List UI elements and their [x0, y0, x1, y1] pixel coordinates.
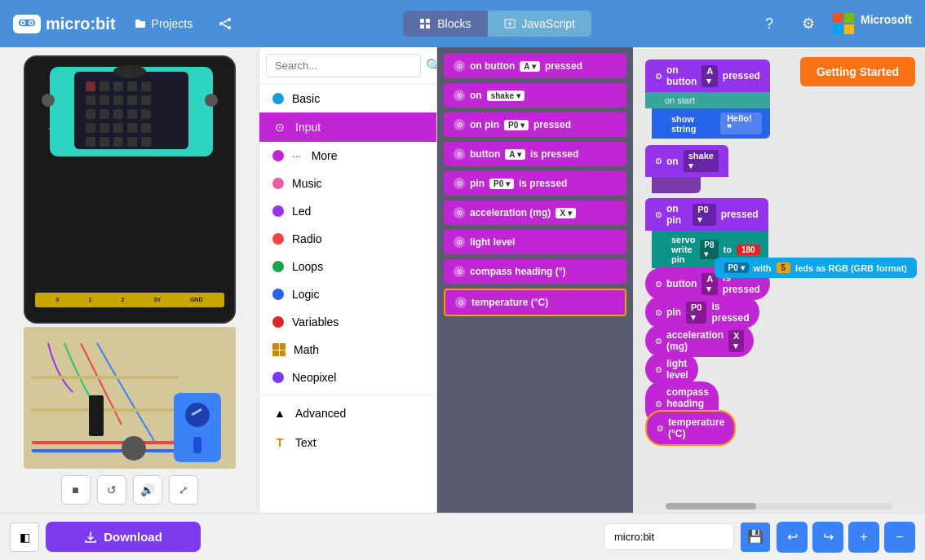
category-loops-label: Loops	[292, 260, 323, 273]
getting-started-label: Getting Started	[817, 65, 899, 78]
bottom-right-controls: ↩ ↪ + −	[777, 522, 915, 553]
category-input-label: Input	[295, 121, 321, 134]
settings-button[interactable]: ⚙	[794, 9, 823, 38]
category-variables-label: Variables	[292, 315, 339, 329]
help-button[interactable]: ?	[755, 9, 784, 38]
block-compass-heading[interactable]: ⊙ compass heading (°)	[444, 259, 626, 284]
more-label: More	[312, 149, 338, 162]
canvas-block-light-level[interactable]: ⊙ light level	[645, 353, 698, 386]
advanced-chevron-icon: ▲	[272, 406, 287, 421]
block-acceleration[interactable]: ⊙ acceleration (mg) X ▾	[444, 201, 626, 225]
search-area: 🔍	[259, 47, 436, 85]
led-color-dot	[272, 205, 284, 217]
block-on-shake[interactable]: ⊙ on shake ▾	[444, 83, 626, 108]
category-music-label: Music	[292, 177, 322, 190]
category-basic-label: Basic	[292, 92, 320, 105]
target-icon9: ⊙	[455, 297, 467, 308]
svg-line-8	[223, 20, 228, 23]
category-neopixel[interactable]: Neopixel	[259, 364, 436, 391]
stop-button[interactable]: ■	[61, 475, 91, 505]
logo: micro:bit	[13, 15, 116, 33]
blocks-tab[interactable]: Blocks	[403, 11, 487, 37]
input-icon: ⊙	[272, 120, 287, 134]
target-icon7: ⊙	[454, 236, 465, 248]
search-button[interactable]: 🔍	[426, 58, 437, 73]
block-pin-is-pressed[interactable]: ⊙ pin P0 ▾ is pressed	[444, 171, 626, 196]
divider	[259, 395, 436, 395]
block-categories-sidebar: 🔍 Basic ⊙ Input ··· More Music Led	[259, 47, 437, 513]
category-text[interactable]: T Text	[259, 428, 436, 457]
horizontal-scrollbar[interactable]	[666, 503, 892, 509]
variables-color-dot	[272, 316, 284, 328]
canvas-block-on-shake[interactable]: ⊙ on shake ▾	[645, 145, 728, 193]
block-on-pin-pressed[interactable]: ⊙ on pin P0 ▾ pressed	[444, 112, 626, 137]
top-navigation: micro:bit Projects Blocks JavaScript ? ⚙…	[0, 0, 925, 47]
microsoft-label: Microsoft	[861, 13, 912, 34]
projects-button[interactable]: Projects	[126, 12, 201, 35]
projects-label: Projects	[152, 17, 193, 30]
block-temperature[interactable]: ⊙ temperature (°C)	[444, 289, 626, 316]
canvas-block-acceleration[interactable]: ⊙ acceleration (mg) X ▾	[645, 324, 754, 357]
device-area: 💾	[604, 523, 770, 552]
editor-tab-group: Blocks JavaScript	[403, 11, 591, 37]
category-input[interactable]: ⊙ Input	[259, 112, 436, 142]
javascript-tab[interactable]: JavaScript	[488, 11, 591, 37]
simulator-controls: ■ ↺ 🔊 ⤢	[61, 475, 198, 505]
canvas-block-rgb-leds[interactable]: P0 ▾ with 5 leds as RGB (GRB format)	[715, 258, 918, 278]
svg-rect-13	[426, 24, 430, 29]
main-area: ◁ 0 1 2 3V GND	[0, 47, 925, 513]
workspace[interactable]: Getting Started ⊙ on button A ▾ pressed …	[633, 47, 925, 513]
category-radio-label: Radio	[292, 232, 322, 245]
sidebar-toggle-button[interactable]: ◧	[10, 523, 39, 552]
block-light-level[interactable]: ⊙ light level	[444, 230, 626, 254]
canvas-block-pin-pressed[interactable]: ⊙ pin P0 ▾ is pressed	[645, 296, 759, 329]
block-on-button-pressed[interactable]: ⊙ on button A ▾ pressed	[444, 54, 626, 78]
logo-icon	[13, 15, 41, 33]
download-label: Download	[104, 530, 162, 544]
category-advanced[interactable]: ▲ Advanced	[259, 399, 436, 428]
zoom-in-button[interactable]: +	[848, 522, 879, 553]
redo-button[interactable]: ↪	[812, 522, 843, 553]
save-button[interactable]: 💾	[741, 523, 770, 552]
category-radio[interactable]: Radio	[259, 225, 436, 253]
fullscreen-button[interactable]: ⤢	[169, 475, 198, 505]
svg-rect-12	[420, 24, 424, 29]
music-color-dot	[272, 178, 284, 189]
svg-point-7	[228, 26, 231, 29]
canvas-block-temperature[interactable]: ⊙ temperature (°C)	[645, 410, 736, 446]
logo-text: micro:bit	[46, 15, 116, 33]
target-icon3: ⊙	[454, 119, 465, 130]
svg-rect-14	[32, 376, 179, 379]
undo-button[interactable]: ↩	[777, 522, 808, 553]
radio-color-dot	[272, 233, 284, 245]
scrollbar-thumb[interactable]	[666, 503, 756, 509]
neopixel-color-dot	[272, 372, 284, 383]
logic-color-dot	[272, 289, 284, 300]
category-led[interactable]: Led	[259, 197, 436, 225]
simulator-panel: ◁ 0 1 2 3V GND	[0, 47, 259, 513]
category-advanced-label: Advanced	[295, 407, 346, 420]
category-music[interactable]: Music	[259, 170, 436, 197]
category-math[interactable]: Math	[259, 336, 436, 364]
category-loops[interactable]: Loops	[259, 253, 436, 280]
zoom-out-button[interactable]: −	[884, 522, 915, 553]
canvas-block-on-button[interactable]: ⊙ on button A ▾ pressed on start show st…	[645, 60, 770, 148]
category-logic[interactable]: Logic	[259, 280, 436, 308]
getting-started-button[interactable]: Getting Started	[800, 57, 915, 86]
category-more-label: ···	[292, 149, 302, 162]
search-input[interactable]	[266, 54, 421, 77]
math-icon	[272, 343, 285, 356]
device-name-input[interactable]	[604, 523, 734, 550]
restart-button[interactable]: ↺	[97, 475, 126, 505]
sound-button[interactable]: 🔊	[133, 475, 162, 505]
svg-point-4	[30, 21, 33, 24]
target-icon6: ⊙	[454, 207, 465, 218]
category-basic[interactable]: Basic	[259, 85, 436, 112]
more-color-dot	[272, 150, 284, 161]
download-button[interactable]: Download	[46, 522, 201, 552]
category-variables[interactable]: Variables	[259, 308, 436, 336]
block-button-is-pressed[interactable]: ⊙ button A ▾ is pressed	[444, 142, 626, 166]
share-button[interactable]	[210, 12, 240, 35]
category-more[interactable]: ··· More	[259, 142, 436, 170]
svg-rect-17	[32, 449, 179, 452]
